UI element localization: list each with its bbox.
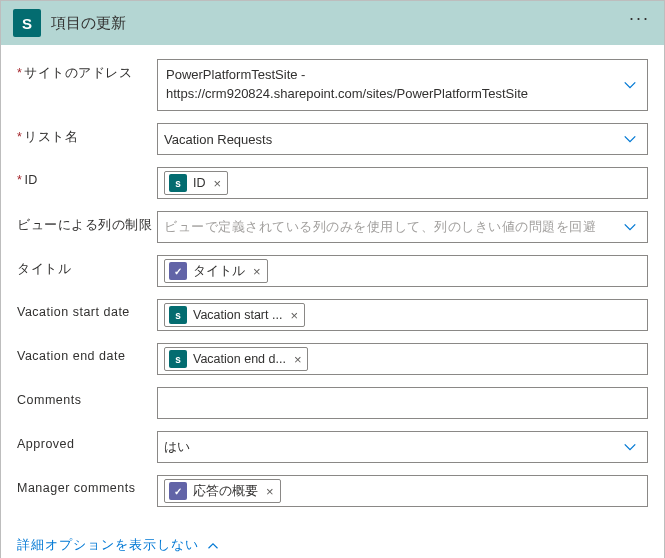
chevron-down-icon bbox=[623, 440, 637, 454]
label-vacation-end: Vacation end date bbox=[17, 343, 157, 363]
label-title: タイトル bbox=[17, 255, 157, 278]
token-title[interactable]: ✓ タイトル × bbox=[164, 259, 268, 283]
label-comments: Comments bbox=[17, 387, 157, 407]
input-vacation-start[interactable]: s Vacation start ... × bbox=[157, 299, 648, 331]
token-remove-button[interactable]: × bbox=[251, 264, 263, 279]
site-address-url: https://crm920824.sharepoint.com/sites/P… bbox=[166, 85, 528, 104]
token-manager-comments[interactable]: ✓ 応答の概要 × bbox=[164, 479, 281, 503]
token-remove-button[interactable]: × bbox=[292, 352, 304, 367]
placeholder-limit-columns: ビューで定義されている列のみを使用して、列のしきい値の問題を回避 bbox=[164, 219, 596, 236]
more-menu-button[interactable]: ··· bbox=[629, 9, 650, 27]
input-approved[interactable]: はい bbox=[157, 431, 648, 463]
label-manager-comments: Manager comments bbox=[17, 475, 157, 495]
row-approved: Approved はい bbox=[17, 431, 648, 463]
input-comments[interactable] bbox=[157, 387, 648, 419]
label-site-address: サイトのアドレス bbox=[17, 59, 157, 82]
chevron-down-icon bbox=[623, 132, 637, 146]
footer-link-text: 詳細オプションを表示しない bbox=[17, 537, 199, 554]
input-id[interactable]: s ID × bbox=[157, 167, 648, 199]
token-remove-button[interactable]: × bbox=[264, 484, 276, 499]
card-header[interactable]: S 項目の更新 ··· bbox=[1, 1, 664, 45]
row-site-address: サイトのアドレス PowerPlatformTestSite - https:/… bbox=[17, 59, 648, 111]
token-vacation-start[interactable]: s Vacation start ... × bbox=[164, 303, 305, 327]
token-vacation-end[interactable]: s Vacation end d... × bbox=[164, 347, 308, 371]
token-id[interactable]: s ID × bbox=[164, 171, 228, 195]
input-vacation-end[interactable]: s Vacation end d... × bbox=[157, 343, 648, 375]
input-list-name[interactable]: Vacation Requests bbox=[157, 123, 648, 155]
sharepoint-token-icon: s bbox=[169, 306, 187, 324]
label-vacation-start: Vacation start date bbox=[17, 299, 157, 319]
row-vacation-start: Vacation start date s Vacation start ...… bbox=[17, 299, 648, 331]
row-limit-columns: ビューによる列の制限 ビューで定義されている列のみを使用して、列のしきい値の問題… bbox=[17, 211, 648, 243]
sharepoint-token-icon: s bbox=[169, 350, 187, 368]
hide-advanced-options-link[interactable]: 詳細オプションを表示しない bbox=[1, 529, 664, 558]
sharepoint-icon: S bbox=[13, 9, 41, 37]
label-id: ID bbox=[17, 167, 157, 187]
row-manager-comments: Manager comments ✓ 応答の概要 × bbox=[17, 475, 648, 507]
input-site-address[interactable]: PowerPlatformTestSite - https://crm92082… bbox=[157, 59, 648, 111]
row-id: ID s ID × bbox=[17, 167, 648, 199]
action-card: S 項目の更新 ··· サイトのアドレス PowerPlatformTestSi… bbox=[0, 0, 665, 558]
input-limit-columns[interactable]: ビューで定義されている列のみを使用して、列のしきい値の問題を回避 bbox=[157, 211, 648, 243]
chevron-up-icon bbox=[207, 540, 219, 552]
row-vacation-end: Vacation end date s Vacation end d... × bbox=[17, 343, 648, 375]
row-comments: Comments bbox=[17, 387, 648, 419]
label-limit-columns: ビューによる列の制限 bbox=[17, 211, 157, 234]
approvals-token-icon: ✓ bbox=[169, 482, 187, 500]
input-manager-comments[interactable]: ✓ 応答の概要 × bbox=[157, 475, 648, 507]
row-list-name: リスト名 Vacation Requests bbox=[17, 123, 648, 155]
input-title[interactable]: ✓ タイトル × bbox=[157, 255, 648, 287]
approved-value: はい bbox=[164, 438, 190, 456]
card-title: 項目の更新 bbox=[51, 14, 126, 33]
row-title: タイトル ✓ タイトル × bbox=[17, 255, 648, 287]
site-address-name: PowerPlatformTestSite - bbox=[166, 66, 528, 85]
list-name-value: Vacation Requests bbox=[164, 132, 272, 147]
approvals-token-icon: ✓ bbox=[169, 262, 187, 280]
chevron-down-icon bbox=[623, 78, 637, 92]
sharepoint-token-icon: s bbox=[169, 174, 187, 192]
token-remove-button[interactable]: × bbox=[288, 308, 300, 323]
token-remove-button[interactable]: × bbox=[212, 176, 224, 191]
chevron-down-icon bbox=[623, 220, 637, 234]
card-body: サイトのアドレス PowerPlatformTestSite - https:/… bbox=[1, 45, 664, 529]
label-list-name: リスト名 bbox=[17, 123, 157, 146]
label-approved: Approved bbox=[17, 431, 157, 451]
